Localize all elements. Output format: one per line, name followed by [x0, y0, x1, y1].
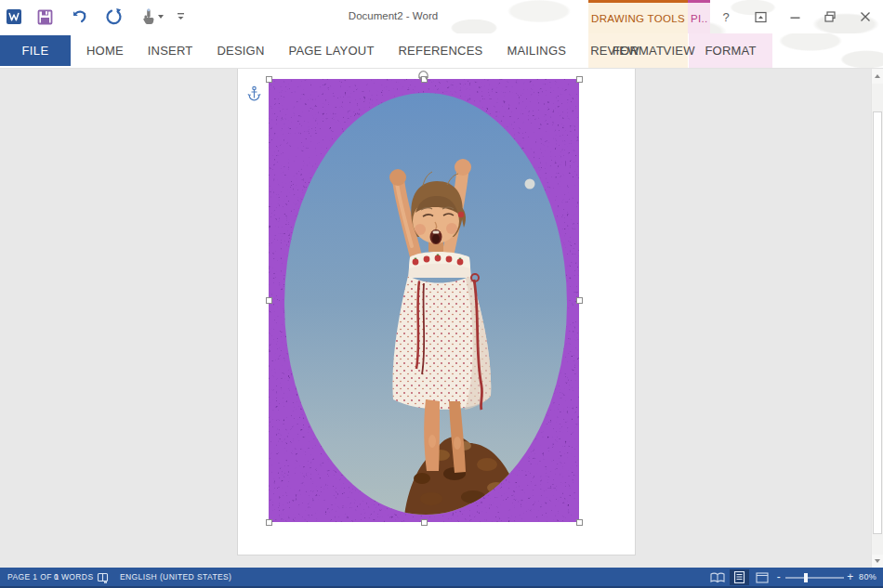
ribbon-tabs: HOME INSERT DESIGN PAGE LAYOUT REFERENCE…	[74, 33, 707, 68]
minimize-icon	[790, 12, 800, 22]
resize-handle-middle-right[interactable]	[576, 297, 583, 304]
scroll-up-button[interactable]	[872, 69, 883, 84]
triangle-up-icon	[875, 74, 880, 78]
scrollbar-thumb[interactable]	[873, 111, 882, 534]
customize-qat-button[interactable]	[173, 6, 188, 28]
zoom-slider-thumb[interactable]	[804, 573, 808, 582]
tab-design[interactable]: DESIGN	[204, 33, 276, 68]
help-button[interactable]: ?	[716, 7, 736, 26]
close-icon	[860, 11, 871, 22]
status-bar: PAGE 1 OF 1 0 WORDS ENGLISH (UNITED STAT…	[0, 568, 883, 588]
proofing-icon	[97, 571, 109, 583]
resize-handle-bottom-center[interactable]	[421, 519, 428, 526]
tab-view[interactable]: VIEW	[652, 33, 707, 68]
word-logo-icon	[3, 6, 25, 28]
read-mode-button[interactable]	[707, 569, 727, 585]
selected-picture-shape[interactable]	[269, 79, 579, 522]
zoom-in-button[interactable]: +	[844, 568, 857, 585]
hair-clip	[458, 212, 464, 217]
read-mode-icon	[710, 572, 725, 583]
tab-insert[interactable]: INSERT	[136, 33, 205, 68]
language-status[interactable]: ENGLISH (UNITED STATES)	[120, 568, 231, 586]
tab-review[interactable]: REVIEW	[578, 33, 651, 68]
print-layout-button[interactable]	[730, 569, 749, 585]
print-layout-icon	[733, 571, 745, 583]
save-button[interactable]	[33, 6, 56, 28]
moon	[525, 179, 535, 189]
rotate-icon	[417, 71, 429, 81]
repeat-button[interactable]	[103, 6, 125, 28]
tab-file[interactable]: FILE	[0, 35, 71, 66]
undo-icon	[70, 7, 88, 26]
word-application-window: Document2 - Word DRAWING TOOLS PI.. ? FO…	[0, 0, 883, 588]
redo-icon	[105, 7, 124, 26]
web-layout-icon	[756, 572, 769, 583]
resize-handle-bottom-right[interactable]	[576, 519, 583, 526]
save-icon	[36, 8, 54, 26]
word-count[interactable]: 0 WORDS	[54, 568, 93, 586]
restore-button[interactable]	[820, 7, 840, 26]
drawing-tools-header[interactable]: DRAWING TOOLS	[588, 0, 688, 33]
rotation-handle[interactable]	[417, 69, 429, 85]
restore-icon	[824, 11, 836, 22]
tab-references[interactable]: REFERENCES	[387, 33, 495, 68]
zoom-level[interactable]: 80%	[859, 568, 876, 586]
ribbon-display-options-icon	[755, 11, 767, 23]
vertical-scrollbar[interactable]	[871, 69, 883, 568]
chevron-down-icon	[177, 12, 185, 21]
close-button[interactable]	[855, 7, 876, 26]
ribbon-display-options-button[interactable]	[750, 7, 771, 26]
minimize-button[interactable]	[784, 7, 805, 26]
undo-button[interactable]	[68, 6, 90, 28]
window-title: Document2 - Word	[319, 10, 468, 21]
chevron-down-icon	[158, 15, 164, 19]
resize-handle-middle-left[interactable]	[266, 297, 272, 304]
triangle-down-icon	[875, 559, 880, 563]
zoom-slider[interactable]	[785, 577, 844, 579]
web-layout-button[interactable]	[752, 569, 771, 585]
tab-page-layout[interactable]: PAGE LAYOUT	[277, 33, 387, 68]
tab-mailings[interactable]: MAILINGS	[494, 33, 578, 68]
scroll-down-button[interactable]	[872, 555, 883, 568]
resize-handle-bottom-left[interactable]	[266, 519, 272, 526]
clouds-background-decoration	[773, 33, 883, 68]
touch-mode-dropdown[interactable]	[155, 6, 166, 28]
page-indicator[interactable]: PAGE 1 OF 1	[7, 568, 59, 586]
title-bar: Document2 - Word DRAWING TOOLS PI.. ?	[0, 0, 883, 33]
resize-handle-top-left[interactable]	[266, 76, 272, 83]
ribbon-tab-row: FORMAT FORMAT FILE HOME INSERT DESIGN PA…	[0, 33, 883, 69]
zoom-out-button[interactable]: -	[772, 568, 785, 585]
tab-home[interactable]: HOME	[74, 33, 136, 68]
resize-handle-top-right[interactable]	[576, 76, 583, 83]
picture-tools-header[interactable]: PI..	[688, 0, 710, 33]
document-canvas[interactable]	[0, 69, 883, 568]
proofing-status[interactable]	[97, 568, 109, 586]
anchor-icon	[247, 85, 261, 105]
